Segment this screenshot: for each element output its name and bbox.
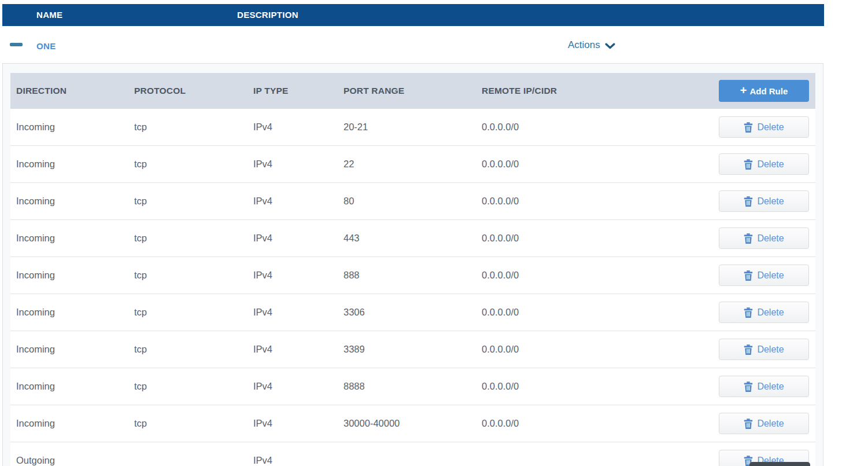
group-name-link[interactable]: ONE: [36, 26, 56, 67]
trash-icon: [744, 233, 753, 244]
cell-port-range: 888: [343, 270, 482, 281]
table-row: Incoming tcp IPv4 3389 0.0.0.0/0: [10, 331, 815, 368]
cell-port-range: 80: [343, 196, 482, 207]
actions-dropdown[interactable]: Actions: [568, 26, 615, 64]
column-header-protocol: PROTOCOL: [134, 86, 253, 96]
table-row: Outgoing IPv4 Delete: [10, 442, 815, 466]
cell-protocol: tcp: [134, 307, 253, 318]
cell-ip-type: IPv4: [253, 233, 343, 244]
column-header-name: NAME: [36, 4, 62, 26]
cell-port-range: 30000-40000: [343, 418, 482, 429]
column-header-remote-ip-cidr: REMOTE IP/CIDR: [482, 86, 719, 96]
add-rule-label: Add Rule: [749, 86, 788, 96]
delete-label: Delete: [757, 419, 784, 429]
delete-button[interactable]: Delete: [719, 302, 809, 323]
trash-icon: [744, 159, 753, 170]
cell-remote-ip-cidr: 0.0.0.0/0: [482, 381, 719, 392]
cell-remote-ip-cidr: 0.0.0.0/0: [482, 344, 719, 355]
security-group-rules-page: NAME DESCRIPTION ONE Actions DIRECTION P…: [0, 0, 868, 466]
column-header-description: DESCRIPTION: [237, 4, 298, 26]
cell-remote-ip-cidr: 0.0.0.0/0: [482, 418, 719, 429]
cell-port-range: 3389: [343, 344, 482, 355]
delete-button[interactable]: Delete: [719, 339, 809, 360]
cell-direction: Incoming: [10, 233, 134, 244]
cell-ip-type: IPv4: [253, 307, 343, 318]
trash-icon: [744, 381, 753, 392]
table-row: Incoming tcp IPv4 443 0.0.0.0/0: [10, 220, 815, 257]
cell-ip-type: IPv4: [253, 455, 343, 466]
delete-button[interactable]: Delete: [719, 376, 809, 397]
cell-remote-ip-cidr: 0.0.0.0/0: [482, 307, 719, 318]
collapse-button[interactable]: [10, 39, 28, 50]
trash-icon: [744, 419, 753, 429]
cell-protocol: tcp: [134, 270, 253, 281]
delete-label: Delete: [757, 307, 784, 318]
cell-direction: Incoming: [10, 270, 134, 281]
cell-direction: Incoming: [10, 196, 134, 207]
table-row: Incoming tcp IPv4 22 0.0.0.0/0: [10, 146, 815, 183]
cell-ip-type: IPv4: [253, 344, 343, 355]
column-header-ip-type: IP TYPE: [253, 86, 343, 96]
group-row: ONE Actions: [2, 26, 824, 63]
cell-port-range: 8888: [343, 381, 482, 392]
add-rule-button[interactable]: + Add Rule: [719, 80, 809, 102]
table-row: Incoming tcp IPv4 30000-40000 0.0.0.0/0: [10, 405, 815, 442]
delete-label: Delete: [757, 270, 784, 281]
trash-icon: [744, 344, 753, 355]
delete-button[interactable]: Delete: [719, 228, 809, 249]
cell-direction: Incoming: [10, 122, 134, 133]
column-header-direction: DIRECTION: [10, 86, 134, 96]
cell-remote-ip-cidr: 0.0.0.0/0: [482, 196, 719, 207]
cell-remote-ip-cidr: 0.0.0.0/0: [482, 233, 719, 244]
table-row: Incoming tcp IPv4 8888 0.0.0.0/0: [10, 368, 815, 405]
minus-icon: [10, 43, 23, 46]
cell-direction: Incoming: [10, 418, 134, 429]
actions-label: Actions: [568, 39, 600, 51]
delete-label: Delete: [757, 159, 784, 170]
delete-button[interactable]: Delete: [719, 116, 809, 138]
plus-icon: +: [740, 85, 747, 96]
delete-button[interactable]: Delete: [719, 153, 809, 175]
rules-table-header-row: DIRECTION PROTOCOL IP TYPE PORT RANGE RE…: [10, 73, 815, 109]
cell-remote-ip-cidr: 0.0.0.0/0: [482, 159, 719, 170]
cell-ip-type: IPv4: [253, 196, 343, 207]
cell-port-range: 443: [343, 233, 482, 244]
cell-ip-type: IPv4: [253, 122, 343, 133]
cell-protocol: tcp: [134, 381, 253, 392]
trash-icon: [744, 122, 753, 133]
cell-direction: Incoming: [10, 307, 134, 318]
cell-protocol: tcp: [134, 418, 253, 429]
cell-protocol: tcp: [134, 159, 253, 170]
trash-icon: [744, 196, 753, 207]
cell-port-range: 22: [343, 159, 482, 170]
delete-label: Delete: [757, 196, 784, 207]
delete-label: Delete: [757, 122, 784, 133]
cell-port-range: 3306: [343, 307, 482, 318]
delete-button[interactable]: Delete: [719, 413, 809, 434]
cell-protocol: tcp: [134, 344, 253, 355]
delete-label: Delete: [757, 344, 784, 355]
cell-ip-type: IPv4: [253, 159, 343, 170]
cell-ip-type: IPv4: [253, 418, 343, 429]
cell-protocol: tcp: [134, 122, 253, 133]
delete-button[interactable]: Delete: [719, 265, 809, 286]
cell-direction: Outgoing: [10, 455, 134, 466]
delete-label: Delete: [757, 381, 784, 392]
cell-port-range: 20-21: [343, 122, 482, 133]
table-row: Incoming tcp IPv4 888 0.0.0.0/0: [10, 257, 815, 294]
column-header-port-range: PORT RANGE: [343, 86, 482, 96]
table-row: Incoming tcp IPv4 3306 0.0.0.0/0: [10, 294, 815, 331]
group-table-header-bar: NAME DESCRIPTION: [2, 4, 824, 26]
cell-ip-type: IPv4: [253, 381, 343, 392]
delete-label: Delete: [757, 233, 784, 244]
cell-direction: Incoming: [10, 159, 134, 170]
tooltip-peek: [749, 462, 810, 466]
cell-remote-ip-cidr: 0.0.0.0/0: [482, 122, 719, 133]
rules-table: DIRECTION PROTOCOL IP TYPE PORT RANGE RE…: [10, 73, 815, 466]
delete-button[interactable]: Delete: [719, 190, 809, 212]
group-details-panel: DIRECTION PROTOCOL IP TYPE PORT RANGE RE…: [2, 63, 823, 466]
cell-protocol: tcp: [134, 233, 253, 244]
cell-remote-ip-cidr: 0.0.0.0/0: [482, 270, 719, 281]
trash-icon: [744, 270, 753, 281]
cell-protocol: tcp: [134, 196, 253, 207]
